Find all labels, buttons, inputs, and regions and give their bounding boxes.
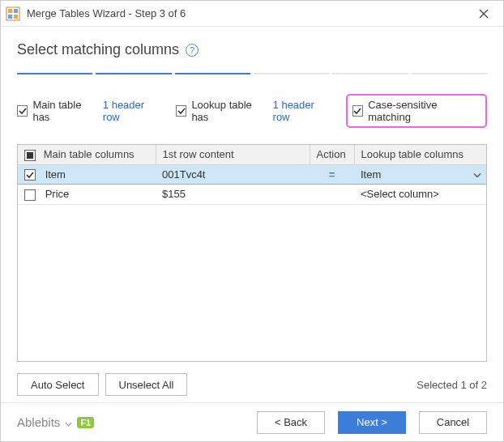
row-lookup-value: <Select column>	[361, 188, 439, 200]
table-row[interactable]: Item 001Tvc4t = Item	[18, 164, 486, 185]
table-header-row: Main table columns 1st row content Actio…	[18, 145, 486, 164]
brand-menu[interactable]: Ablebits F1	[17, 415, 94, 429]
svg-rect-4	[14, 15, 18, 19]
footer-buttons: < Back Next > Cancel	[257, 411, 487, 434]
checkbox-box	[17, 105, 28, 117]
selection-count: Selected 1 of 2	[416, 379, 487, 391]
row-main-col: Item	[45, 168, 66, 181]
checkmark-icon	[19, 107, 27, 115]
svg-rect-2	[14, 9, 18, 13]
chevron-down-icon	[473, 168, 481, 181]
cancel-button[interactable]: Cancel	[419, 411, 487, 434]
help-icon[interactable]: ?	[186, 44, 199, 57]
close-button[interactable]	[466, 2, 502, 26]
row-checkbox[interactable]	[24, 189, 36, 201]
header-action-label[interactable]: Action	[310, 145, 354, 164]
titlebar: Merge Tables Wizard - Step 3 of 6	[1, 1, 503, 27]
table-row[interactable]: Price $155 <Select column>	[18, 185, 486, 205]
next-button[interactable]: Next >	[338, 411, 406, 434]
step-heading-text: Select matching columns	[17, 41, 179, 58]
close-icon	[479, 9, 489, 19]
row-lookup-dropdown[interactable]: Item	[354, 164, 486, 185]
table-actions-row: Auto Select Unselect All Selected 1 of 2	[17, 373, 487, 396]
progress-step-4	[254, 73, 329, 74]
main-header-label: Main table has	[32, 99, 97, 123]
progress-step-6	[412, 73, 487, 74]
progress-step-1	[17, 73, 92, 74]
window-title: Merge Tables Wizard - Step 3 of 6	[27, 7, 466, 19]
lookup-header-checkbox[interactable]: Lookup table has 1 header row	[176, 99, 331, 123]
progress-step-3	[175, 73, 250, 74]
checkmark-icon	[26, 171, 34, 179]
header-main-label: Main table columns	[44, 148, 135, 160]
row-lookup-dropdown[interactable]: <Select column>	[354, 185, 486, 205]
header-checkbox-icon[interactable]	[24, 150, 36, 161]
row-checkbox[interactable]	[24, 169, 36, 181]
unselect-all-button[interactable]: Unselect All	[105, 373, 188, 396]
header-first-row-label[interactable]: 1st row content	[156, 145, 310, 164]
row-lookup-value: Item	[361, 168, 381, 181]
chevron-down-icon	[65, 415, 72, 429]
main-header-checkbox[interactable]: Main table has 1 header row	[17, 99, 161, 123]
row-main-col: Price	[45, 188, 70, 200]
case-sensitive-checkbox[interactable]: Case-sensitive matching	[352, 99, 477, 123]
footer: Ablebits F1 < Back Next > Cancel	[1, 402, 503, 441]
brand-label: Ablebits	[17, 415, 60, 429]
svg-rect-3	[8, 15, 12, 19]
case-sensitive-highlight: Case-sensitive matching	[346, 94, 487, 128]
options-row: Main table has 1 header row Lookup table…	[17, 94, 487, 128]
header-main-columns[interactable]: Main table columns	[18, 145, 156, 164]
app-logo-icon	[6, 6, 20, 21]
lookup-header-link[interactable]: 1 header row	[273, 99, 331, 123]
checkmark-icon	[177, 107, 186, 115]
row-first-content: $155	[156, 185, 310, 205]
progress-step-5	[332, 73, 408, 74]
lookup-header-label: Lookup table has	[191, 99, 267, 123]
back-button[interactable]: < Back	[257, 411, 325, 434]
progress-step-2	[96, 73, 171, 74]
step-heading: Select matching columns ?	[17, 41, 487, 58]
header-lookup-label[interactable]: Lookup table columns	[354, 145, 486, 164]
content-area: Select matching columns ? Main table has…	[1, 27, 503, 402]
checkbox-box	[176, 105, 186, 117]
checkbox-box	[352, 105, 363, 117]
case-sensitive-label: Case-sensitive matching	[368, 99, 477, 123]
progress-bar	[17, 73, 487, 74]
columns-table: Main table columns 1st row content Actio…	[17, 144, 487, 362]
checkmark-icon	[353, 107, 361, 115]
row-first-content: 001Tvc4t	[156, 164, 310, 185]
auto-select-button[interactable]: Auto Select	[17, 373, 99, 396]
row-action: =	[329, 168, 335, 181]
svg-rect-1	[8, 9, 12, 13]
main-header-link[interactable]: 1 header row	[103, 99, 161, 123]
wizard-window: Merge Tables Wizard - Step 3 of 6 Select…	[0, 0, 504, 442]
help-key-badge[interactable]: F1	[77, 417, 94, 428]
